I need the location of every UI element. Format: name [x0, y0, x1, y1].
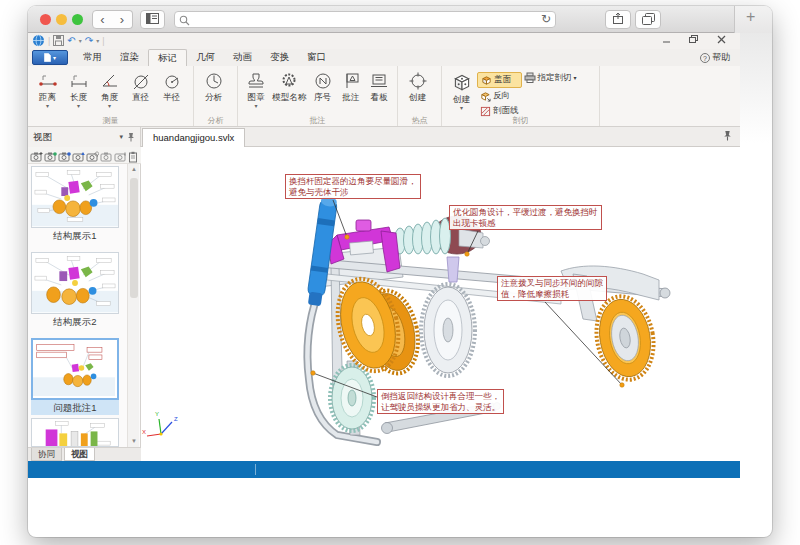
hotspot-create-button[interactable]: 创建: [402, 69, 433, 104]
panel-pin-button[interactable]: [127, 132, 135, 142]
annotation-note-3[interactable]: 注意拨叉与同步环间的间隙 值，降低摩擦损耗: [497, 276, 607, 301]
model-name-button[interactable]: 模型名称: [270, 69, 308, 104]
group-annotation: 图章▾ 模型名称 序号 批注 看板 批注: [238, 66, 398, 126]
thumbnail-list: 结构展示1: [28, 164, 124, 447]
panel-scrollbar[interactable]: ▲ ▼: [127, 164, 139, 447]
tab-bianhuan[interactable]: 变换: [261, 49, 298, 66]
ribbon-tab-row: ▾ 常用 渲染 标记 几何 动画 变换 窗口 ? 帮助: [28, 49, 740, 66]
clipboard-button[interactable]: [128, 149, 138, 161]
forward-button[interactable]: ›: [112, 10, 133, 29]
annotation-note-2[interactable]: 优化圆角设计，平缓过渡，避免换挡时 出现卡顿感: [449, 205, 602, 230]
serial-number-icon: [313, 71, 333, 91]
app-titlebar: | ↶ ▾ ↷ ▾ |: [28, 33, 740, 49]
new-tab-button[interactable]: +: [746, 8, 755, 26]
close-button[interactable]: [717, 34, 726, 45]
section-create-button[interactable]: 创建▾: [446, 69, 477, 111]
camera-apply-button[interactable]: [58, 149, 71, 161]
board-button[interactable]: 看板: [365, 69, 393, 104]
hotspot-icon: [408, 71, 428, 91]
scroll-up-arrow[interactable]: ▲: [128, 164, 140, 175]
stamp-icon: [246, 71, 266, 91]
camera-update-button[interactable]: [44, 149, 57, 161]
restore-button[interactable]: [689, 34, 699, 45]
thumbnail-label: 问题批注1: [31, 400, 119, 415]
board-icon: [369, 71, 389, 91]
minimize-traffic-light[interactable]: [56, 14, 67, 25]
tab-xuanran[interactable]: 渲染: [111, 49, 148, 66]
svg-text:Y: Y: [155, 411, 159, 417]
coordinate-triad: X Y Z: [142, 411, 178, 436]
tab-changyong[interactable]: 常用: [74, 49, 111, 66]
redo-button[interactable]: ↷: [85, 35, 93, 46]
undo-button[interactable]: ↶: [67, 35, 75, 46]
tab-view[interactable]: 视图: [64, 448, 95, 461]
search-input[interactable]: [193, 12, 533, 27]
cover-face-button[interactable]: 盖面: [477, 72, 522, 88]
camera-new-view-button[interactable]: [30, 149, 43, 161]
view-thumbnail-1[interactable]: 结构展示1: [31, 166, 119, 243]
camera-settings-button[interactable]: [86, 149, 99, 161]
browser-window: ‹ › ↻ + | ↶ ▾ ↷ ▾ |: [28, 6, 772, 537]
length-icon: [69, 71, 89, 91]
tab-chuangkou[interactable]: 窗口: [298, 49, 335, 66]
camera-up-button[interactable]: [72, 149, 85, 161]
tab-overview-button[interactable]: [635, 10, 661, 29]
section-cube-icon: [451, 71, 473, 93]
annotation-note-1[interactable]: 换挡杆固定器的边角要尽量圆滑， 避免与壳体干涉: [285, 174, 421, 199]
group-section: 创建▾ 盖面 反向 剖面线 指定剖切 ▾: [442, 66, 600, 126]
page-background: [740, 33, 772, 143]
distance-icon: [38, 71, 58, 91]
tab-collaboration[interactable]: 协同: [31, 448, 62, 461]
zoom-traffic-light[interactable]: [72, 14, 83, 25]
tabs-icon: [642, 13, 655, 25]
group-analysis: 分析 分析: [194, 66, 238, 126]
share-button[interactable]: [605, 10, 631, 29]
document-tab[interactable]: huandangjigou.svlx: [142, 128, 245, 147]
svg-text:X: X: [142, 429, 146, 435]
camera-delete-button[interactable]: [100, 149, 113, 161]
annotate-button[interactable]: 批注: [337, 69, 365, 104]
tab-jihe[interactable]: 几何: [187, 49, 224, 66]
serial-number-button[interactable]: 序号: [308, 69, 336, 104]
close-traffic-light[interactable]: [40, 14, 51, 25]
new-tab-zone: +: [734, 6, 772, 33]
panel-dropdown-button[interactable]: ▾: [119, 133, 123, 141]
scrollbar-thumb[interactable]: [130, 178, 138, 298]
diameter-button[interactable]: 直径: [125, 69, 156, 104]
tab-biaoji[interactable]: 标记: [148, 49, 187, 66]
minimize-button[interactable]: [662, 34, 671, 45]
stamp-button[interactable]: 图章▾: [242, 69, 270, 109]
tabbar-pin-button[interactable]: [723, 130, 732, 141]
sidebar-toggle-button[interactable]: [140, 10, 165, 29]
radius-button[interactable]: 半径: [156, 69, 187, 104]
view-thumbnail-4[interactable]: [31, 418, 119, 447]
svg-text:Z: Z: [174, 416, 178, 422]
address-bar[interactable]: ↻: [174, 11, 556, 28]
view-thumbnail-2[interactable]: 结构展示2: [31, 252, 119, 329]
tab-donghua[interactable]: 动画: [224, 49, 261, 66]
length-button[interactable]: 长度▾: [63, 69, 94, 109]
assign-section-button[interactable]: 指定剖切 ▾: [522, 69, 579, 84]
model-viewport[interactable]: X Y Z 换挡杆固定器的边角要尽量圆滑， 避免与壳体干涉 优化圆角设计，平缓过…: [141, 147, 740, 461]
file-icon: [44, 53, 51, 62]
reverse-button[interactable]: 反向: [477, 89, 522, 103]
app-logo-icon[interactable]: [32, 34, 45, 47]
help-button[interactable]: ? 帮助: [700, 51, 730, 64]
scroll-down-arrow[interactable]: ▼: [128, 436, 140, 447]
save-icon[interactable]: [53, 35, 64, 46]
analysis-button[interactable]: 分析: [198, 69, 229, 104]
panel-toolbar: [28, 147, 141, 164]
thumbnail-image: [32, 253, 118, 313]
status-bar: [28, 461, 740, 478]
annotate-icon: [341, 71, 361, 91]
thumbnail-image: [33, 340, 115, 396]
model-name-icon: [279, 71, 299, 91]
back-button[interactable]: ‹: [92, 10, 113, 29]
annotation-note-4[interactable]: 倒挡返回结构设计再合理一些， 让驾驶员操纵更加省力、灵活。: [377, 389, 504, 414]
angle-button[interactable]: 角度▾: [94, 69, 125, 109]
reload-button[interactable]: ↻: [541, 12, 551, 26]
camera-export-button[interactable]: [114, 149, 127, 161]
view-thumbnail-3-selected[interactable]: 问题批注1: [31, 338, 119, 415]
distance-button[interactable]: 距离▾: [32, 69, 63, 109]
file-menu-button[interactable]: ▾: [32, 50, 68, 65]
